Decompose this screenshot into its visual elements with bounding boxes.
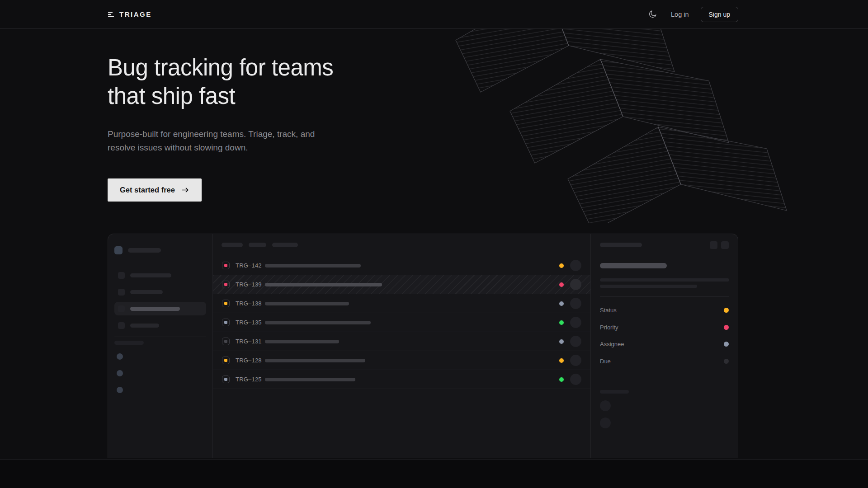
issue-id: TRG–131 bbox=[236, 338, 262, 345]
mockup-sidebar bbox=[108, 234, 213, 458]
issue-id: TRG–139 bbox=[236, 281, 262, 288]
issue-id: TRG–138 bbox=[236, 300, 262, 307]
detail-field[interactable]: Priority bbox=[600, 319, 729, 336]
issue-row[interactable]: TRG–128 bbox=[213, 351, 590, 370]
assignee-avatar bbox=[570, 374, 581, 385]
status-dot-icon bbox=[559, 263, 564, 268]
priority-icon bbox=[222, 375, 230, 383]
detail-field[interactable]: Status bbox=[600, 302, 729, 319]
assignee-avatar bbox=[570, 298, 581, 309]
hero-section: Bug tracking for teams that ship fast Pu… bbox=[108, 29, 738, 202]
project-dot-icon[interactable] bbox=[117, 387, 123, 393]
hero-title: Bug tracking for teams that ship fast bbox=[108, 53, 738, 110]
workspace-avatar bbox=[114, 246, 123, 254]
sidebar-nav-item[interactable] bbox=[114, 268, 206, 282]
main-content: Bug tracking for teams that ship fast Pu… bbox=[0, 29, 868, 458]
detail-action-button[interactable] bbox=[721, 241, 729, 249]
hero-subtitle-line2: resolve issues without slowing down. bbox=[108, 141, 738, 155]
issue-row[interactable]: TRG–131 bbox=[213, 332, 590, 351]
detail-field[interactable]: Assignee bbox=[600, 336, 729, 353]
assignee-avatar bbox=[570, 336, 581, 347]
brand-logo: TRIAGE bbox=[108, 10, 152, 18]
detail-field-value-dot-icon bbox=[724, 308, 729, 313]
list-filter-tab-placeholder[interactable] bbox=[222, 243, 243, 247]
project-dot-icon[interactable] bbox=[117, 370, 123, 376]
detail-fields: Status Priority Assignee Due bbox=[600, 302, 729, 370]
priority-icon bbox=[222, 300, 230, 307]
issue-row[interactable]: TRG–139 bbox=[213, 275, 590, 294]
priority-icon bbox=[222, 319, 230, 326]
nav-item-icon bbox=[118, 322, 125, 329]
sidebar-nav-item[interactable] bbox=[114, 285, 206, 299]
status-dot-icon bbox=[559, 282, 564, 287]
hero-subtitle-line1: Purpose-built for engineering teams. Tri… bbox=[108, 127, 738, 141]
brand-name: TRIAGE bbox=[119, 10, 152, 18]
site-header: TRIAGE Log in Sign up bbox=[0, 0, 868, 29]
nav-item-label-placeholder bbox=[130, 324, 159, 328]
nav-item-label-placeholder bbox=[130, 307, 180, 311]
issue-title-placeholder bbox=[265, 321, 371, 324]
assignee-avatar bbox=[570, 279, 581, 290]
issue-row[interactable]: TRG–142 bbox=[213, 256, 590, 275]
detail-activity-label-placeholder bbox=[600, 390, 629, 394]
sidebar-section-label-placeholder bbox=[114, 341, 144, 345]
sidebar-nav-item[interactable] bbox=[114, 319, 206, 332]
priority-icon bbox=[222, 281, 230, 288]
site-footer bbox=[0, 459, 868, 488]
assignee-avatar bbox=[570, 355, 581, 366]
sidebar-nav-item-active[interactable] bbox=[114, 302, 206, 315]
issue-id: TRG–135 bbox=[236, 319, 262, 326]
login-link[interactable]: Log in bbox=[671, 11, 689, 18]
status-dot-icon bbox=[559, 358, 564, 363]
issue-row[interactable]: TRG–135 bbox=[213, 313, 590, 332]
sidebar-project-dots bbox=[117, 353, 206, 393]
issue-title-placeholder bbox=[265, 378, 355, 381]
detail-header bbox=[591, 234, 738, 256]
workspace-row[interactable] bbox=[114, 246, 206, 254]
detail-title-placeholder bbox=[600, 263, 667, 268]
issue-title-placeholder bbox=[265, 302, 349, 305]
theme-toggle-button[interactable] bbox=[646, 8, 659, 21]
signup-button[interactable]: Sign up bbox=[701, 7, 738, 22]
issue-title-placeholder bbox=[265, 264, 361, 267]
detail-header-buttons bbox=[710, 241, 729, 249]
nav-item-icon bbox=[118, 305, 125, 312]
detail-field-value-dot-icon bbox=[724, 342, 729, 347]
status-dot-icon bbox=[559, 377, 564, 382]
issue-id: TRG–125 bbox=[236, 376, 262, 383]
detail-field-label: Assignee bbox=[600, 341, 624, 347]
priority-icon bbox=[222, 357, 230, 364]
priority-icon bbox=[222, 262, 230, 269]
workspace-name-placeholder bbox=[128, 248, 161, 253]
issue-row[interactable]: TRG–138 bbox=[213, 294, 590, 313]
detail-action-button[interactable] bbox=[710, 241, 717, 249]
issue-list-header bbox=[213, 234, 590, 256]
detail-divider bbox=[600, 296, 729, 297]
detail-field-label: Priority bbox=[600, 324, 618, 331]
issue-title-placeholder bbox=[265, 283, 382, 286]
assignee-avatar bbox=[570, 317, 581, 328]
project-dot-icon[interactable] bbox=[117, 353, 123, 360]
assignee-avatar bbox=[570, 260, 581, 271]
list-filter-tab-placeholder[interactable] bbox=[272, 243, 298, 247]
list-filter-tab-placeholder[interactable] bbox=[249, 243, 266, 247]
status-dot-icon bbox=[559, 320, 564, 325]
hero-title-line2: that ship fast bbox=[108, 82, 738, 110]
comment-avatar bbox=[600, 400, 611, 411]
issue-id: TRG–128 bbox=[236, 357, 262, 364]
detail-description-placeholder bbox=[600, 285, 697, 288]
detail-field[interactable]: Due bbox=[600, 353, 729, 370]
detail-description-placeholder bbox=[600, 278, 729, 282]
detail-field-label: Status bbox=[600, 307, 617, 314]
hero-title-line1: Bug tracking for teams bbox=[108, 53, 738, 82]
sidebar-nav bbox=[114, 268, 206, 332]
get-started-button[interactable]: Get started free bbox=[108, 178, 202, 202]
detail-breadcrumb-placeholder bbox=[600, 243, 642, 247]
sidebar-divider bbox=[114, 265, 206, 265]
issue-row[interactable]: TRG–125 bbox=[213, 370, 590, 389]
issue-list-panel: TRG–142 TRG–139 TRG–138 TRG–135 bbox=[213, 234, 591, 458]
hero-subtitle: Purpose-built for engineering teams. Tri… bbox=[108, 127, 738, 155]
nav-item-label-placeholder bbox=[130, 290, 163, 294]
sidebar-divider bbox=[114, 337, 206, 337]
issue-rows: TRG–142 TRG–139 TRG–138 TRG–135 bbox=[213, 256, 590, 389]
